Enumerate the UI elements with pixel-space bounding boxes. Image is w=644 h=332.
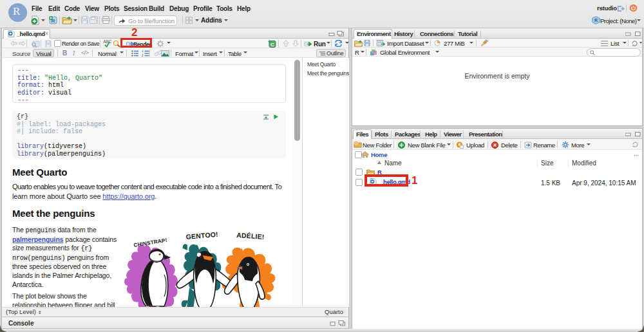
svg-text:1: 1: [142, 50, 144, 53]
svg-text:GENTOO!: GENTOO!: [185, 230, 218, 241]
svg-text:C: C: [270, 42, 274, 48]
svg-text:CHINSTRAP!: CHINSTRAP!: [133, 237, 167, 248]
svg-text:2: 2: [142, 54, 144, 57]
svg-text:ADÉLIE!: ADÉLIE!: [236, 231, 265, 241]
svg-text:R: R: [594, 18, 598, 23]
svg-text:ABC: ABC: [103, 39, 111, 44]
